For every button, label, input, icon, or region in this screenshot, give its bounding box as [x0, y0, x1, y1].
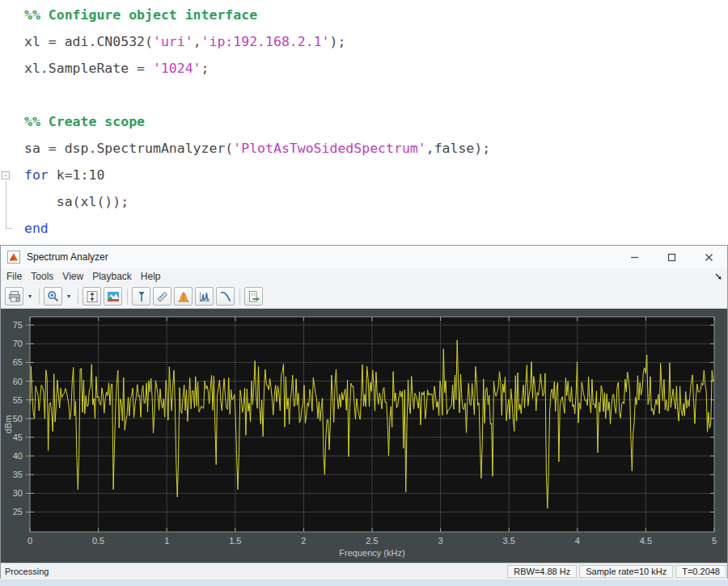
- minimize-button[interactable]: [616, 246, 653, 268]
- y-tick-label: 65: [13, 357, 23, 367]
- distortion-measurements-icon: [177, 290, 190, 303]
- cursor-measurements-button[interactable]: [153, 287, 171, 306]
- spectrum-plot-canvas: 757065605550454035302500.511.522.533.544…: [1, 309, 727, 563]
- code-line: %% Create scope: [24, 108, 728, 135]
- zoom-in-button[interactable]: [44, 287, 62, 306]
- close-button[interactable]: [690, 246, 727, 268]
- menu-item-file[interactable]: File: [6, 271, 22, 282]
- print-options-icon: [8, 290, 21, 303]
- status-message: Processing: [1, 567, 505, 576]
- x-tick-label: 1: [164, 536, 169, 546]
- code-line: sa(xl());: [24, 188, 728, 215]
- y-tick-label: 45: [13, 432, 23, 442]
- x-tick-label: 3: [438, 536, 443, 546]
- code-line: xl = adi.CN0532('uri','ip:192.168.2.1');: [24, 28, 728, 55]
- export-button[interactable]: [244, 287, 263, 306]
- x-axis-label: Frequency (kHz): [339, 548, 404, 558]
- zoom-in-dropdown-arrow[interactable]: ▾: [65, 287, 73, 306]
- x-tick-label: 0.5: [92, 536, 104, 546]
- code-line: %% Configure object interface: [24, 2, 728, 28]
- y-tick-label: 70: [13, 339, 23, 348]
- print-options-button[interactable]: [5, 287, 23, 306]
- minimize-icon: [630, 253, 639, 262]
- window-title: Spectrum Analyzer: [27, 251, 616, 263]
- spectral-mask-button[interactable]: [216, 287, 235, 306]
- y-tick-label: 50: [13, 414, 23, 424]
- export-icon: [248, 290, 260, 303]
- maximize-button[interactable]: [653, 246, 690, 268]
- x-tick-label: 5: [712, 536, 717, 546]
- app-logo-icon: [7, 251, 20, 263]
- x-tick-label: 1.5: [229, 536, 241, 546]
- x-tick-label: 2.5: [366, 536, 378, 546]
- y-tick-label: 40: [13, 451, 23, 461]
- toolbar: ▾▾: [1, 285, 727, 309]
- y-tick-label: 25: [13, 507, 23, 516]
- code-fold-collapse-icon[interactable]: -: [2, 171, 10, 179]
- statusbar: Processing RBW=4.88 HzSample rate=10 kHz…: [1, 563, 727, 580]
- zoom-in-icon: [47, 290, 60, 303]
- toolbar-separator: [39, 289, 40, 305]
- code-fold-end-stub: [6, 228, 12, 229]
- code-lines: %% Configure object interfacexl = adi.CN…: [24, 2, 728, 242]
- status-cell: Sample rate=10 kHz: [579, 565, 673, 578]
- code-line: sa = dsp.SpectrumAnalyzer('PlotAsTwoSide…: [24, 135, 728, 162]
- page-background-strip: [0, 580, 728, 586]
- status-cells: RBW=4.88 HzSample rate=10 kHzT=0.2048: [505, 565, 727, 578]
- status-cell: T=0.2048: [675, 565, 726, 578]
- toolbar-separator: [78, 289, 78, 305]
- y-tick-label: 75: [13, 320, 23, 330]
- x-tick-label: 3.5: [503, 536, 515, 546]
- x-tick-label: 2: [301, 536, 306, 546]
- toolbar-separator: [239, 289, 240, 305]
- status-cell: RBW=4.88 Hz: [507, 565, 577, 578]
- peak-finder-button[interactable]: [132, 287, 150, 306]
- distortion-measurements-button[interactable]: [174, 287, 193, 306]
- maximize-icon: [667, 253, 676, 262]
- print-options-dropdown-arrow[interactable]: ▾: [26, 287, 34, 306]
- menu-item-view[interactable]: View: [62, 271, 83, 282]
- code-line: [24, 82, 728, 108]
- titlebar[interactable]: Spectrum Analyzer: [1, 246, 727, 268]
- ccdf-measurements-icon: [198, 290, 211, 303]
- x-tick-label: 0: [28, 536, 32, 546]
- y-tick-label: 30: [13, 488, 23, 498]
- autoscale-y-button[interactable]: [83, 287, 101, 306]
- code-editor: %% Configure object interfacexl = adi.CN…: [0, 0, 728, 244]
- spectrum-settings-button[interactable]: [104, 287, 122, 306]
- x-tick-label: 4: [575, 536, 580, 546]
- spectrum-settings-icon: [107, 290, 120, 303]
- code-line: end: [24, 215, 728, 242]
- menubar: FileToolsViewPlaybackHelp: [1, 268, 727, 285]
- code-fold-line: [6, 181, 6, 228]
- spectrum-plot: 757065605550454035302500.511.522.533.544…: [1, 309, 727, 563]
- spectrum-analyzer-window: Spectrum Analyzer: [0, 245, 728, 579]
- code-line: xl.SampleRate = '1024';: [24, 55, 728, 82]
- menu-item-help[interactable]: Help: [141, 271, 161, 282]
- page: %% Configure object interfacexl = adi.CN…: [0, 0, 728, 586]
- close-icon: [705, 253, 713, 262]
- code-line: for k=1:10: [24, 162, 728, 188]
- y-tick-label: 35: [13, 470, 23, 479]
- ccdf-measurements-button[interactable]: [195, 287, 214, 306]
- y-axis-label: dBm: [3, 415, 13, 434]
- peak-finder-icon: [135, 290, 148, 303]
- menu-item-tools[interactable]: Tools: [31, 271, 53, 282]
- dock-icon[interactable]: [714, 272, 722, 280]
- autoscale-y-icon: [86, 290, 99, 303]
- spectral-mask-icon: [219, 290, 232, 303]
- y-tick-label: 55: [13, 395, 23, 405]
- menu-item-playback[interactable]: Playback: [92, 271, 132, 282]
- y-tick-label: 60: [13, 377, 23, 386]
- x-tick-label: 4.5: [640, 536, 652, 546]
- cursor-measurements-icon: [156, 290, 169, 303]
- toolbar-separator: [127, 289, 128, 305]
